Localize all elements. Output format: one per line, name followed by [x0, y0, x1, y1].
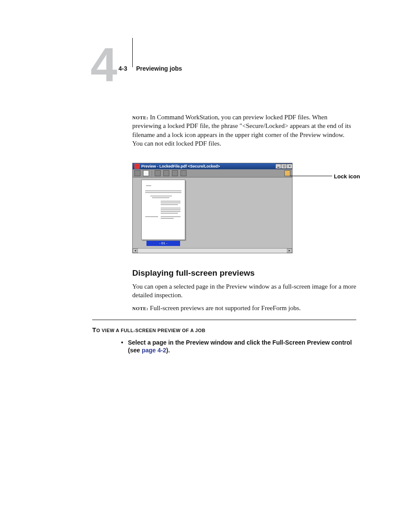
note-text: Full-screen previews are not supported f… [148, 305, 301, 311]
scroll-right-arrow[interactable]: ► [287, 249, 292, 253]
preview-window: Preview - LockedFile.pdf <Secure/Locked> [132, 163, 293, 253]
window-title: Preview - LockedFile.pdf <Secure/Locked> [141, 164, 220, 169]
window-titlebar: Preview - LockedFile.pdf <Secure/Locked> [133, 163, 292, 169]
app-icon [134, 164, 140, 169]
page-number: 4-3 [118, 65, 127, 73]
toolbar-duplicate-icon[interactable] [155, 170, 161, 176]
section-paragraph: You can open a selected page in the Prev… [132, 282, 356, 300]
toolbar-delete-icon[interactable] [172, 170, 178, 176]
lock-icon [284, 170, 290, 176]
section-heading: Displaying full-screen previews [132, 268, 356, 279]
procedure-step: Select a page in the Preview window and … [128, 339, 352, 354]
preview-toolbar [133, 169, 292, 177]
note-label: NOTE: [132, 305, 148, 311]
thumbnail-label: - 01 - [146, 241, 180, 246]
toolbar-undo-icon[interactable] [181, 170, 187, 176]
note-paragraph: NOTE: In Command WorkStation, you can pr… [132, 113, 356, 148]
page-xref-link[interactable]: page 4-2 [142, 347, 166, 354]
horizontal-rule [92, 320, 356, 320]
toolbar-fullscreen-icon[interactable] [134, 170, 140, 176]
close-button[interactable] [286, 164, 293, 169]
page-thumbnail[interactable] [141, 180, 185, 240]
scroll-left-arrow[interactable]: ◄ [133, 249, 138, 253]
header-divider [132, 38, 133, 67]
procedure-heading: TO VIEW A FULL-SCREEN PREVIEW OF A JOB [92, 326, 206, 334]
callout-label: Lock icon [334, 173, 360, 180]
bullet-icon: • [121, 339, 123, 346]
toolbar-page-icon[interactable] [143, 170, 149, 176]
running-head: Previewing jobs [136, 65, 182, 73]
procedure-heading-cap: T [92, 326, 97, 333]
minimize-button[interactable] [275, 164, 281, 169]
note-paragraph-2: NOTE: Full-screen previews are not suppo… [132, 304, 356, 312]
chapter-number: 4 [90, 41, 116, 89]
horizontal-scrollbar[interactable]: ◄ ► [133, 248, 292, 253]
step-text-post: ). [166, 347, 170, 354]
toolbar-separator [152, 170, 152, 176]
note-label: NOTE: [132, 114, 148, 121]
toolbar-copy-icon[interactable] [163, 170, 169, 176]
preview-window-figure: Preview - LockedFile.pdf <Secure/Locked> [132, 163, 365, 253]
maximize-button[interactable] [281, 164, 287, 169]
callout-line [290, 176, 332, 176]
procedure-heading-rest: O VIEW A FULL-SCREEN PREVIEW OF A JOB [97, 328, 206, 333]
note-text: In Command WorkStation, you can preview … [132, 114, 351, 147]
